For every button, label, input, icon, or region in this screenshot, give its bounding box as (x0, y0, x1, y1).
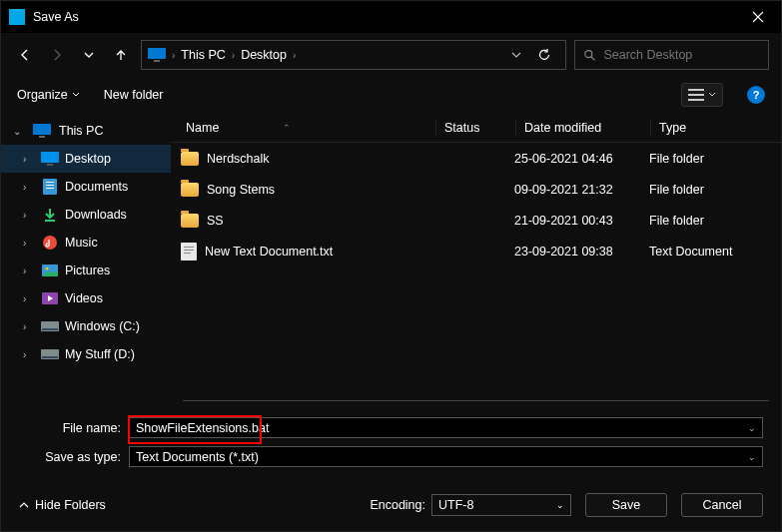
file-date: 23-09-2021 09:38 (514, 245, 613, 259)
tree-label: Videos (65, 291, 103, 305)
column-header-name[interactable]: Name⌃ (186, 121, 435, 135)
refresh-button[interactable] (529, 48, 559, 62)
svg-rect-26 (184, 253, 191, 254)
chevron-right-icon: › (23, 321, 35, 332)
svg-rect-5 (688, 99, 704, 101)
nav-forward-button[interactable] (45, 43, 69, 67)
folder-icon (181, 183, 199, 197)
svg-rect-13 (46, 188, 54, 189)
tree-item-pictures[interactable]: › Pictures (1, 257, 171, 284)
file-list: Nerdschalk 25-06-2021 04:46 File folder … (171, 143, 781, 400)
organize-button[interactable]: Organize (17, 88, 80, 102)
chevron-right-icon: › (293, 50, 296, 61)
tree-item-videos[interactable]: › Videos (1, 284, 171, 312)
column-header-date[interactable]: Date modified (515, 121, 650, 135)
drive-icon (41, 317, 59, 335)
file-row[interactable]: Nerdschalk 25-06-2021 04:46 File folder (171, 143, 781, 174)
monitor-icon (33, 122, 51, 140)
address-bar[interactable]: › This PC › Desktop › (141, 40, 566, 70)
svg-rect-3 (688, 89, 704, 91)
svg-rect-7 (39, 136, 45, 138)
chevron-right-icon: › (23, 293, 35, 304)
drive-icon (41, 345, 59, 363)
svg-rect-8 (41, 152, 59, 163)
text-file-icon (181, 243, 197, 261)
column-header-status[interactable]: Status (435, 121, 515, 135)
nav-back-button[interactable] (13, 43, 37, 67)
tree-item-desktop[interactable]: › Desktop (1, 145, 171, 173)
pictures-icon (41, 262, 59, 279)
tree-item-drive-c[interactable]: › Windows (C:) (1, 312, 171, 340)
view-options-button[interactable] (681, 83, 723, 107)
file-date: 21-09-2021 00:43 (514, 214, 613, 228)
svg-point-17 (46, 267, 49, 270)
filename-input[interactable]: ⌄ (129, 417, 763, 438)
hide-folders-button[interactable]: Hide Folders (19, 498, 106, 512)
file-type: File folder (649, 214, 704, 228)
file-name: New Text Document.txt (205, 245, 333, 259)
videos-icon (41, 289, 59, 307)
chevron-down-icon[interactable]: ⌄ (748, 423, 756, 433)
tree-label: Downloads (65, 208, 127, 222)
file-type: Text Document (649, 245, 732, 259)
savetype-dropdown[interactable]: Text Documents (*.txt) ⌄ (129, 446, 763, 467)
search-input[interactable] (603, 48, 760, 62)
svg-rect-10 (43, 179, 57, 195)
breadcrumb-root[interactable]: This PC (181, 48, 225, 62)
monitor-icon (148, 48, 166, 62)
search-icon (583, 48, 595, 62)
file-name: Nerdschalk (207, 152, 270, 166)
svg-point-15 (43, 236, 57, 250)
svg-rect-1 (154, 60, 160, 62)
tree-label: Windows (C:) (65, 319, 140, 333)
documents-icon (41, 178, 59, 196)
tree-item-music[interactable]: › Music (1, 229, 171, 257)
tree-item-documents[interactable]: › Documents (1, 173, 171, 201)
folder-icon (181, 152, 199, 166)
file-row[interactable]: New Text Document.txt 23-09-2021 09:38 T… (171, 236, 781, 266)
folder-icon (181, 214, 199, 228)
tree-item-this-pc[interactable]: ⌄ This PC (1, 117, 171, 145)
svg-point-2 (585, 51, 592, 58)
cancel-button[interactable]: Cancel (681, 493, 763, 517)
encoding-label: Encoding: (370, 498, 425, 512)
save-button[interactable]: Save (585, 493, 667, 517)
chevron-right-icon: › (23, 182, 35, 193)
filename-label: File name: (1, 421, 129, 435)
chevron-right-icon: › (23, 266, 35, 276)
tree-item-downloads[interactable]: › Downloads (1, 201, 171, 229)
tree-label: Pictures (65, 264, 110, 277)
svg-rect-4 (688, 94, 704, 96)
svg-rect-23 (181, 243, 197, 261)
tree-label: Music (65, 236, 98, 250)
address-dropdown-button[interactable] (511, 50, 521, 60)
music-icon (41, 234, 59, 252)
tree-item-drive-d[interactable]: › My Stuff (D:) (1, 340, 171, 368)
new-folder-button[interactable]: New folder (104, 88, 164, 102)
column-header-type[interactable]: Type (650, 121, 781, 135)
column-header-row: Name⌃ Status Date modified Type (171, 113, 781, 143)
file-date: 25-06-2021 04:46 (514, 152, 613, 166)
chevron-right-icon: › (23, 210, 35, 221)
breadcrumb-folder[interactable]: Desktop (241, 48, 287, 62)
svg-rect-12 (46, 185, 54, 186)
help-button[interactable]: ? (747, 86, 765, 104)
close-button[interactable] (735, 1, 781, 33)
file-row[interactable]: SS 21-09-2021 00:43 File folder (171, 205, 781, 236)
downloads-icon (41, 206, 59, 224)
svg-rect-14 (45, 220, 55, 222)
encoding-dropdown[interactable]: UTF-8 ⌄ (431, 494, 571, 516)
chevron-down-icon: ⌄ (13, 126, 25, 137)
chevron-down-icon: ⌄ (556, 500, 564, 510)
recent-locations-button[interactable] (77, 43, 101, 67)
desktop-icon (41, 150, 59, 168)
chevron-down-icon (708, 91, 716, 99)
nav-up-button[interactable] (109, 43, 133, 67)
chevron-down-icon (72, 91, 80, 99)
file-row[interactable]: Song Stems 09-09-2021 21:32 File folder (171, 174, 781, 205)
svg-rect-6 (33, 124, 51, 135)
chevron-right-icon: › (23, 349, 35, 360)
sort-indicator-icon: ⌃ (283, 123, 291, 133)
navigation-tree: ⌄ This PC › Desktop › Documents › Downlo… (1, 113, 171, 401)
savetype-label: Save as type: (1, 450, 129, 464)
